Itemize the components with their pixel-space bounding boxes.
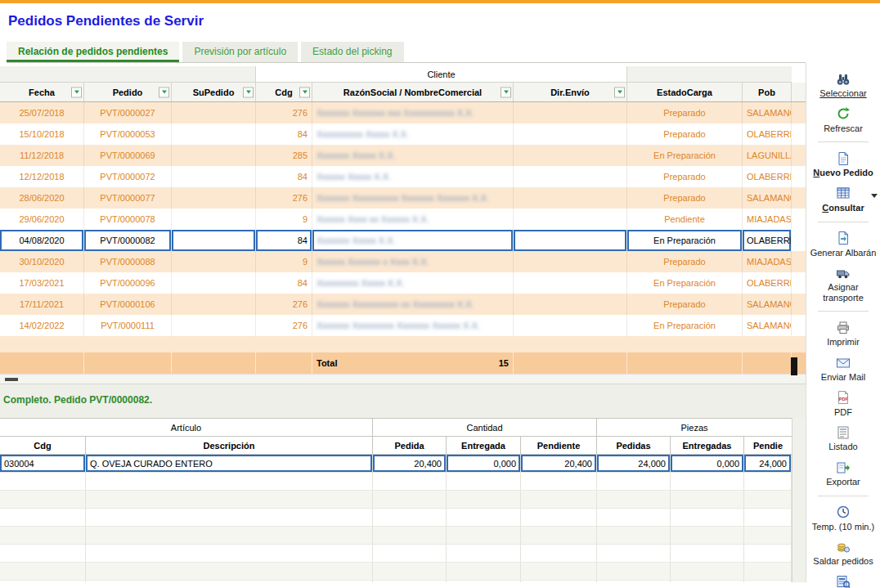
cell-cdg[interactable]: 276: [256, 102, 312, 123]
sidebar-button-exportar[interactable]: Exportar: [807, 458, 880, 489]
cell-direnvio[interactable]: [514, 315, 627, 336]
cell-cdg[interactable]: 84: [256, 272, 312, 294]
column-header-supedido[interactable]: SuPedido: [172, 83, 256, 101]
cell-razonsocial[interactable]: Xxxxxxx Xxxxxxxxxx xx Xxxxxxxxx X.X.: [312, 294, 514, 315]
filter-dropdown-icon[interactable]: [501, 87, 511, 97]
column-header-pedido[interactable]: Pedido: [84, 83, 172, 101]
cell-poblacion[interactable]: LAGUNILLA: [743, 145, 792, 166]
detail-vertical-scrollbar[interactable]: [792, 418, 806, 582]
cell-direnvio[interactable]: [514, 209, 627, 230]
sidebar-button-pdf[interactable]: PDF PDF: [807, 388, 880, 420]
cell-cdg[interactable]: 9: [256, 209, 312, 230]
cell-fecha[interactable]: 12/12/2018: [0, 166, 84, 187]
cell-estadocarga[interactable]: Pendiente: [627, 209, 743, 230]
cell-pedida[interactable]: 20,400: [373, 455, 447, 473]
cell-razonsocial[interactable]: Xxxxxx Xxxx xx Xxxxxx X.X.: [312, 209, 514, 230]
cell-razonsocial[interactable]: Xxxxxxxxxx Xxxxx X.X.: [312, 123, 514, 145]
cell-poblacion[interactable]: OLABERRIA: [743, 230, 792, 251]
order-row[interactable]: 17/11/2021 PVT/0000106 276 Xxxxxxx Xxxxx…: [0, 294, 806, 315]
cell-supedido[interactable]: [172, 230, 256, 251]
cell-supedido[interactable]: [172, 272, 256, 294]
cell-descripcion[interactable]: Q. OVEJA CURADO ENTERO: [86, 455, 373, 473]
cell-estadocarga[interactable]: Preparado: [627, 102, 743, 123]
cell-razonsocial[interactable]: Xxxxxxx Xxxxxxxxxx Xxxxxxx Xxxxxxx X.X.: [312, 187, 514, 209]
filter-dropdown-icon[interactable]: [299, 87, 310, 97]
cell-estadocarga[interactable]: En Preparación: [627, 230, 743, 251]
cell-cdg[interactable]: 84: [256, 123, 312, 145]
cell-fecha[interactable]: 17/03/2021: [0, 272, 84, 294]
cell-fecha[interactable]: 14/02/2022: [0, 315, 84, 336]
sidebar-button-seleccionar[interactable]: Seleccionar: [807, 70, 880, 101]
detail-empty-row[interactable]: [0, 545, 792, 563]
cell-fecha[interactable]: 29/06/2020: [0, 209, 84, 230]
detail-empty-row[interactable]: [0, 509, 792, 527]
cell-cdg[interactable]: 285: [256, 145, 312, 166]
column-header-pedida[interactable]: Pedida: [373, 437, 447, 454]
cell-pedido[interactable]: PVT/0000106: [84, 294, 172, 315]
cell-estadocarga[interactable]: Preparado: [627, 123, 743, 145]
cell-cdg[interactable]: 030004: [0, 455, 86, 473]
cell-pedido[interactable]: PVT/0000072: [84, 166, 172, 187]
column-header-cdg[interactable]: Cdg: [0, 437, 86, 454]
order-row-selected[interactable]: 04/08/2020 PVT/0000082 84 Xxxxxxx Xxxxx …: [0, 230, 806, 251]
cell-fecha[interactable]: 30/10/2020: [0, 251, 84, 272]
order-row[interactable]: 11/12/2018 PVT/0000069 285 Xxxxxxx Xxxxx…: [0, 145, 806, 166]
vertical-scrollbar-thumb[interactable]: [791, 357, 797, 375]
cell-razonsocial[interactable]: Xxxxxxx Xxxxxxxxx Xxxxxxx Xxxxxx X.X.: [312, 315, 514, 336]
cell-fecha[interactable]: 15/10/2018: [0, 123, 84, 145]
sidebar-button-refrescar[interactable]: Refrescar: [807, 105, 880, 136]
cell-direnvio[interactable]: [514, 102, 627, 123]
sidebar-button-saldar-pedidos[interactable]: Saldar pedidos: [807, 537, 880, 568]
sidebar-button-listado[interactable]: Listado: [807, 423, 880, 454]
cell-estadocarga[interactable]: En Preparación: [627, 272, 743, 294]
horizontal-scrollbar[interactable]: [0, 374, 806, 384]
cell-poblacion[interactable]: SALAMANC: [743, 315, 792, 336]
tab-relacion-pedidos[interactable]: Relación de pedidos pendientes: [7, 42, 179, 62]
cell-fecha[interactable]: 04/08/2020: [0, 230, 84, 251]
tab-prevision-articulo[interactable]: Previsión por artículo: [182, 42, 298, 62]
cell-cdg[interactable]: 276: [256, 315, 312, 336]
cell-pedido[interactable]: PVT/0000077: [84, 187, 172, 209]
cell-direnvio[interactable]: [514, 187, 627, 209]
cell-pendientes[interactable]: 24,000: [744, 455, 792, 473]
column-header-entregadas[interactable]: Entregadas: [671, 437, 744, 454]
order-row[interactable]: 17/03/2021 PVT/0000096 84 Xxxxxxxxx Xxxx…: [0, 272, 806, 294]
cell-estadocarga[interactable]: Preparado: [627, 187, 743, 209]
cell-direnvio[interactable]: [514, 230, 627, 251]
cell-supedido[interactable]: [172, 294, 256, 315]
cell-supedido[interactable]: [172, 166, 256, 187]
filter-dropdown-icon[interactable]: [159, 87, 169, 97]
cell-supedido[interactable]: [172, 123, 256, 145]
cell-fecha[interactable]: 11/12/2018: [0, 145, 84, 166]
cell-razonsocial[interactable]: Xxxxxxx Xxxxx X.X.: [312, 230, 514, 251]
column-header-estadocarga[interactable]: EstadoCarga: [627, 83, 743, 101]
cell-poblacion[interactable]: SALAMANC: [743, 294, 792, 315]
cell-pedido[interactable]: PVT/0000053: [84, 123, 172, 145]
cell-estadocarga[interactable]: Preparado: [627, 166, 743, 187]
cell-supedido[interactable]: [172, 251, 256, 272]
cell-cdg[interactable]: 276: [256, 294, 312, 315]
cell-fecha[interactable]: 25/07/2018: [0, 102, 84, 123]
sidebar-button-consultar[interactable]: Consultar: [807, 184, 880, 215]
cell-pedido[interactable]: PVT/0000027: [84, 102, 172, 123]
order-row[interactable]: 28/06/2020 PVT/0000077 276 Xxxxxxx Xxxxx…: [0, 187, 806, 209]
cell-fecha[interactable]: 28/06/2020: [0, 187, 84, 209]
column-header-entregada[interactable]: Entregada: [447, 437, 521, 454]
order-row[interactable]: 25/07/2018 PVT/0000027 276 Xxxxxxx Xxxxx…: [0, 102, 806, 123]
sidebar-button-temporizador[interactable]: Temp. (10 min.): [807, 503, 880, 534]
sidebar-button-enviar-mail[interactable]: Enviar Mail: [807, 353, 880, 384]
tab-estado-picking[interactable]: Estado del picking: [301, 42, 403, 62]
order-row[interactable]: 15/10/2018 PVT/0000053 84 Xxxxxxxxxx Xxx…: [0, 123, 806, 145]
column-header-cdg[interactable]: Cdg: [256, 83, 312, 101]
sidebar-button-asignar-transporte[interactable]: Asignar transporte: [807, 263, 880, 304]
cell-direnvio[interactable]: [514, 294, 627, 315]
cell-estadocarga[interactable]: En Preparación: [627, 315, 743, 336]
cell-entregadas[interactable]: 0,000: [671, 455, 744, 473]
cell-pedido[interactable]: PVT/0000069: [84, 145, 172, 166]
column-header-direnvio[interactable]: Dir.Envío: [514, 83, 627, 101]
cell-estadocarga[interactable]: Preparado: [627, 251, 743, 272]
detail-empty-row[interactable]: [0, 527, 792, 545]
cell-pedido[interactable]: PVT/0000082: [84, 230, 172, 251]
cell-cdg[interactable]: 84: [256, 166, 312, 187]
cell-fecha[interactable]: 17/11/2021: [0, 294, 84, 315]
